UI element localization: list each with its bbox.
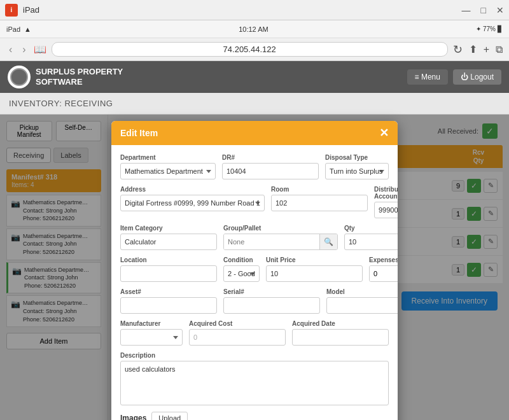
- share-button[interactable]: ⬆: [469, 43, 477, 55]
- nav-back-button[interactable]: ‹: [6, 44, 15, 55]
- modal-overlay: Edit Item ✕ Department Mathematics Depar…: [0, 115, 509, 420]
- description-group: Description used calculators: [120, 352, 389, 405]
- page-title: Inventory: Receiving: [9, 99, 113, 108]
- item-category-label: Item Category: [120, 225, 217, 232]
- new-tab-button[interactable]: +: [484, 44, 489, 55]
- edit-item-modal: Edit Item ✕ Department Mathematics Depar…: [111, 121, 398, 420]
- minimize-button[interactable]: —: [462, 5, 471, 15]
- manufacturer-select[interactable]: [120, 329, 183, 346]
- department-select[interactable]: Mathematics Department: [120, 163, 216, 179]
- room-label: Room: [271, 186, 368, 193]
- qty-input[interactable]: [344, 234, 398, 250]
- battery-percent: 77%: [483, 25, 496, 32]
- expenses-search: 🔍: [369, 265, 398, 282]
- item-category-input[interactable]: [120, 234, 217, 250]
- group-pallet-label: Group/Pallet: [223, 225, 338, 232]
- window-controls: — □ ✕: [462, 5, 504, 15]
- form-row-4: Location Condition 2 - Good Unit Price: [120, 256, 389, 282]
- tabs-button[interactable]: ⧉: [496, 44, 503, 55]
- serial-input[interactable]: [223, 297, 320, 314]
- images-section: Images Upload no images available: [120, 412, 389, 420]
- app-name-line1: Surplus Property: [36, 67, 123, 77]
- modal-body: Department Mathematics Department DR# Di…: [111, 145, 398, 420]
- page-title-bar: Inventory: Receiving: [0, 93, 509, 115]
- url-bar[interactable]: 74.205.44.122: [52, 42, 448, 57]
- location-input[interactable]: [120, 265, 217, 282]
- department-label: Department: [120, 154, 216, 161]
- app-name-line2: Software: [36, 77, 123, 87]
- header-actions: ≡ Menu ⏻ Logout: [407, 69, 501, 85]
- model-label: Model: [326, 288, 398, 295]
- acquired-cost-group: Acquired Cost: [189, 320, 286, 346]
- main-content: Pickup Manifest Self-De… Receiving Label…: [0, 115, 509, 420]
- department-group: Department Mathematics Department: [120, 154, 216, 179]
- browser-actions: ↻ ⬆ + ⧉: [453, 43, 503, 57]
- dr-label: DR#: [222, 154, 319, 161]
- room-input[interactable]: [271, 195, 368, 211]
- manufacturer-label: Manufacturer: [120, 320, 183, 327]
- model-group: Model: [326, 288, 398, 314]
- disposal-type-select[interactable]: Turn into Surplus: [325, 163, 389, 179]
- asset-input[interactable]: [120, 297, 217, 314]
- unit-price-input[interactable]: [266, 265, 363, 282]
- dr-input[interactable]: [222, 163, 319, 179]
- group-pallet-input[interactable]: [224, 234, 319, 249]
- app-header: Surplus Property Software ≡ Menu ⏻ Logou…: [0, 61, 509, 93]
- form-row-6: Manufacturer Acquired Cost Acquired Date: [120, 320, 389, 346]
- app-icon: i: [5, 4, 18, 17]
- unit-price-label: Unit Price: [266, 256, 363, 263]
- condition-select[interactable]: 2 - Good: [223, 265, 260, 282]
- address-select[interactable]: Digital Fortress #0999, 999 Number Road …: [120, 195, 265, 211]
- disposal-type-label: Disposal Type: [325, 154, 389, 161]
- disposal-type-group: Disposal Type Turn into Surplus: [325, 154, 389, 179]
- address-label: Address: [120, 186, 265, 193]
- manufacturer-group: Manufacturer: [120, 320, 183, 346]
- model-input[interactable]: [326, 297, 398, 314]
- modal-header: Edit Item ✕: [111, 121, 398, 145]
- ios-status-bar: iPad ▲ 10:12 AM ✦ 77% ▊: [0, 20, 509, 38]
- modal-title: Edit Item: [120, 128, 158, 138]
- logout-button[interactable]: ⏻ Logout: [453, 69, 501, 85]
- nav-forward-button[interactable]: ›: [20, 44, 28, 55]
- dist-account-select[interactable]: 999001 - 9990: [374, 202, 398, 218]
- menu-button[interactable]: ≡ Menu: [407, 69, 448, 85]
- wifi-icon: ▲: [24, 25, 31, 33]
- app-logo: Surplus Property Software: [8, 66, 123, 88]
- serial-label: Serial#: [223, 288, 320, 295]
- images-label-row: Images Upload: [120, 412, 389, 420]
- form-row-1: Department Mathematics Department DR# Di…: [120, 154, 389, 179]
- expenses-group: Expenses 🔍: [369, 256, 398, 282]
- room-group: Room: [271, 186, 368, 218]
- acquired-date-group: Acquired Date: [292, 320, 389, 346]
- acquired-cost-input[interactable]: [189, 329, 286, 346]
- window-title: iPad: [23, 5, 462, 15]
- modal-close-button[interactable]: ✕: [379, 127, 389, 139]
- dr-group: DR#: [222, 154, 319, 179]
- dist-account-label: Distribution Account: [374, 186, 398, 200]
- logo-inner: [10, 68, 28, 86]
- maximize-button[interactable]: □: [481, 5, 486, 15]
- browser-toolbar: ‹ › 📖 74.205.44.122 ↻ ⬆ + ⧉: [0, 38, 509, 61]
- acquired-cost-label: Acquired Cost: [189, 320, 286, 327]
- asset-group: Asset#: [120, 288, 217, 314]
- window-chrome: i iPad — □ ✕: [0, 0, 509, 20]
- expenses-input[interactable]: [370, 266, 398, 281]
- acquired-date-input[interactable]: [292, 329, 389, 346]
- item-category-group: Item Category: [120, 225, 217, 250]
- asset-label: Asset#: [120, 288, 217, 295]
- upload-button[interactable]: Upload: [151, 412, 188, 420]
- serial-group: Serial#: [223, 288, 320, 314]
- group-pallet-search: 🔍: [223, 234, 338, 250]
- dist-account-group: Distribution Account 999001 - 9990: [374, 186, 398, 218]
- battery-icon: ▊: [498, 25, 503, 32]
- bluetooth-icon: ✦: [476, 25, 481, 32]
- device-name: iPad: [6, 25, 20, 33]
- reload-button[interactable]: ↻: [453, 43, 463, 57]
- group-pallet-search-btn[interactable]: 🔍: [319, 234, 337, 249]
- description-textarea[interactable]: used calculators: [120, 361, 389, 405]
- logo-circle: [8, 66, 31, 88]
- bookmarks-icon[interactable]: 📖: [34, 43, 46, 55]
- close-button[interactable]: ✕: [496, 5, 504, 15]
- expenses-label: Expenses: [369, 256, 398, 263]
- description-label: Description: [120, 352, 389, 359]
